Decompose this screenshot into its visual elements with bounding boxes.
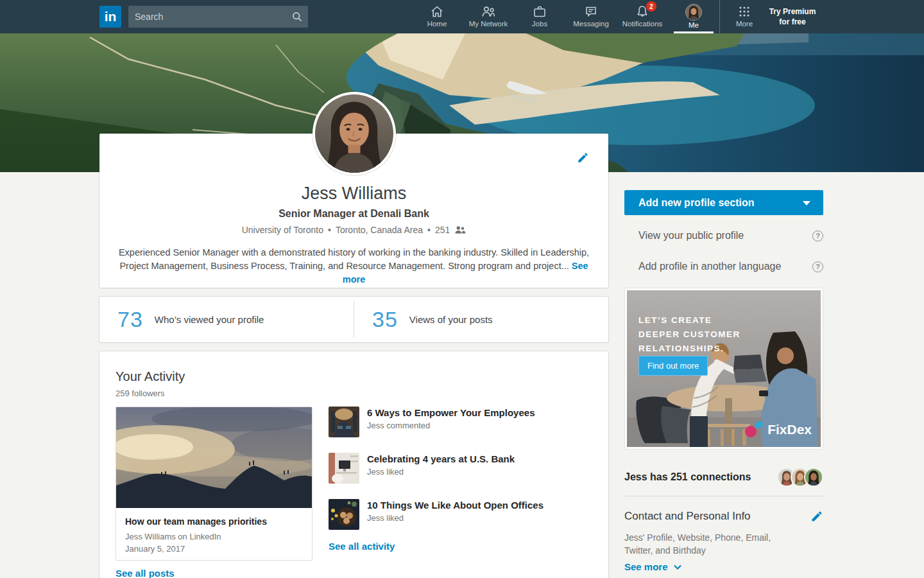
- ad-brand-name: FixDex: [767, 422, 812, 437]
- activity-item-title: 6 Ways to Empower Your Employees: [367, 407, 535, 418]
- ad-headline-line3: RELATIONSHIPS.: [638, 342, 740, 356]
- connections-row[interactable]: Jess has 251 connections: [624, 468, 823, 487]
- activity-item[interactable]: 10 Things We Like About Open Offices Jes…: [329, 499, 592, 530]
- nav-divider: [719, 0, 720, 33]
- fixdex-logo-icon: [744, 421, 764, 438]
- contact-info-title: Contact and Personal Info: [624, 510, 751, 523]
- connections-text: Jess has 251 connections: [624, 471, 751, 483]
- ad-headline-line1: LET’S CREATE: [638, 313, 740, 328]
- profile-summary-text: Experienced Senior Manager with a demons…: [119, 247, 589, 271]
- my-network-icon: [481, 4, 496, 19]
- edit-profile-icon[interactable]: [577, 152, 589, 166]
- nav-item-label: More: [736, 20, 753, 28]
- profile-meta-line: University of Toronto • Toronto, Canada …: [99, 225, 608, 235]
- nav-items: Home My Network Jobs Messaging: [411, 0, 719, 33]
- nav-item-label: Home: [427, 20, 447, 28]
- search-icon[interactable]: [286, 10, 308, 23]
- activity-item-action: Jess liked: [367, 467, 515, 477]
- activity-item-title: Celebrating 4 years at U.S. Bank: [367, 453, 515, 464]
- profile-summary-card: Jess Williams Senior Manager at Denali B…: [99, 134, 608, 288]
- chevron-down-icon: [673, 564, 682, 570]
- profile-views-count: 73: [117, 307, 143, 332]
- linkedin-logo[interactable]: in: [99, 6, 121, 28]
- post-byline: Jess Williams on LinkedIn: [116, 527, 312, 543]
- nav-item-notifications[interactable]: 2 Notifications: [617, 0, 668, 33]
- jobs-icon: [532, 4, 547, 19]
- add-profile-section-button[interactable]: Add new profile section: [624, 190, 823, 215]
- profile-headline: Senior Manager at Denali Bank: [99, 208, 608, 220]
- activity-post-card[interactable]: How our team manages priorities Jess Wil…: [116, 407, 312, 561]
- search-input[interactable]: [128, 12, 286, 22]
- profile-name: Jess Williams: [99, 184, 608, 204]
- ad-brand-logo: FixDex: [744, 421, 812, 438]
- help-question-icon[interactable]: ?: [812, 261, 823, 272]
- help-question-icon[interactable]: ?: [812, 231, 823, 241]
- activity-item[interactable]: Celebrating 4 years at U.S. Bank Jess li…: [329, 453, 592, 484]
- nav-item-more[interactable]: More: [725, 0, 764, 33]
- connections-people-icon: [454, 225, 466, 234]
- meta-separator: •: [427, 225, 431, 235]
- post-views-label: Views of your posts: [409, 314, 493, 325]
- nav-item-home[interactable]: Home: [411, 0, 463, 33]
- profile-education[interactable]: University of Toronto: [242, 225, 323, 235]
- profile-summary: Experienced Senior Manager with a demons…: [114, 246, 594, 286]
- see-all-posts-link[interactable]: See all posts: [116, 568, 175, 578]
- see-more-contact-link[interactable]: See more: [624, 561, 682, 572]
- activity-item[interactable]: 6 Ways to Empower Your Employees Jess co…: [329, 407, 592, 437]
- nav-item-messaging[interactable]: Messaging: [565, 0, 617, 33]
- post-title: How our team manages priorities: [116, 508, 312, 527]
- post-date: January 5, 2017: [116, 543, 312, 555]
- add-profile-section-label: Add new profile section: [638, 197, 754, 208]
- activity-item-title: 10 Things We Like About Open Offices: [367, 500, 543, 511]
- nav-item-label: Me: [689, 21, 699, 29]
- activity-followers: 259 followers: [116, 389, 592, 398]
- dashboard-stats-card: 73 Who’s viewed your profile 35 Views of…: [99, 297, 608, 342]
- top-navigation-bar: in Home My Network: [0, 0, 924, 33]
- activity-item-action: Jess commented: [367, 421, 535, 430]
- nav-item-label: Notifications: [622, 20, 663, 28]
- your-activity-card: Your Activity 259 followers How our team…: [99, 351, 608, 578]
- view-public-profile-link[interactable]: View your public profile ?: [638, 230, 823, 241]
- activity-thumbnail-food: [329, 499, 359, 530]
- nav-item-label: Jobs: [532, 20, 547, 28]
- search-box: [128, 6, 308, 28]
- stat-post-views[interactable]: 35 Views of your posts: [354, 297, 608, 342]
- see-all-activity-link[interactable]: See all activity: [329, 541, 395, 552]
- profile-photo-image: [315, 94, 393, 173]
- more-grid-icon: [737, 4, 752, 19]
- nav-me-avatar: [685, 4, 702, 21]
- post-thumbnail-ridge-silhouette: [116, 407, 312, 508]
- contact-info-subtitle: Jess' Profile, Website, Phone, Email, Tw…: [624, 531, 778, 557]
- nav-item-label: Messaging: [573, 20, 609, 28]
- profile-connections-count[interactable]: 251: [435, 225, 450, 235]
- nav-item-jobs[interactable]: Jobs: [514, 0, 565, 33]
- stat-profile-views[interactable]: 73 Who’s viewed your profile: [99, 297, 354, 342]
- nav-item-me[interactable]: Me: [668, 0, 719, 33]
- chevron-down-icon: [803, 201, 810, 206]
- connection-avatar[interactable]: [804, 468, 823, 487]
- activity-item-action: Jess liked: [367, 513, 543, 523]
- activity-list: 6 Ways to Empower Your Employees Jess co…: [329, 407, 592, 545]
- see-more-label: See more: [624, 561, 668, 572]
- nav-item-my-network[interactable]: My Network: [463, 0, 514, 33]
- contact-info-section: Contact and Personal Info Jess' Profile,…: [624, 510, 823, 557]
- add-profile-language-link[interactable]: Add profile in another language ?: [638, 261, 823, 272]
- messaging-icon: [583, 4, 599, 19]
- profile-location[interactable]: Toronto, Canada Area: [336, 225, 423, 235]
- activity-thumbnail-desk: [329, 453, 359, 484]
- add-profile-language-label: Add profile in another language: [638, 261, 781, 272]
- home-icon: [429, 4, 445, 19]
- post-views-count: 35: [372, 307, 398, 332]
- rail-divider: [624, 496, 823, 496]
- edit-contact-icon[interactable]: [810, 510, 823, 525]
- meta-separator: •: [328, 225, 331, 235]
- view-public-profile-label: View your public profile: [638, 230, 744, 241]
- try-premium-link[interactable]: Try Premium for free: [765, 6, 820, 27]
- sponsored-ad[interactable]: LET’S CREATE DEEPER CUSTOMER RELATIONSHI…: [624, 288, 823, 450]
- activity-title: Your Activity: [116, 369, 592, 384]
- ad-headline-line2: DEEPER CUSTOMER: [638, 328, 740, 342]
- ad-cta-button[interactable]: Find out more: [638, 356, 708, 376]
- ad-headline: LET’S CREATE DEEPER CUSTOMER RELATIONSHI…: [638, 313, 740, 356]
- profile-photo[interactable]: [312, 92, 396, 175]
- profile-views-label: Who’s viewed your profile: [155, 314, 264, 325]
